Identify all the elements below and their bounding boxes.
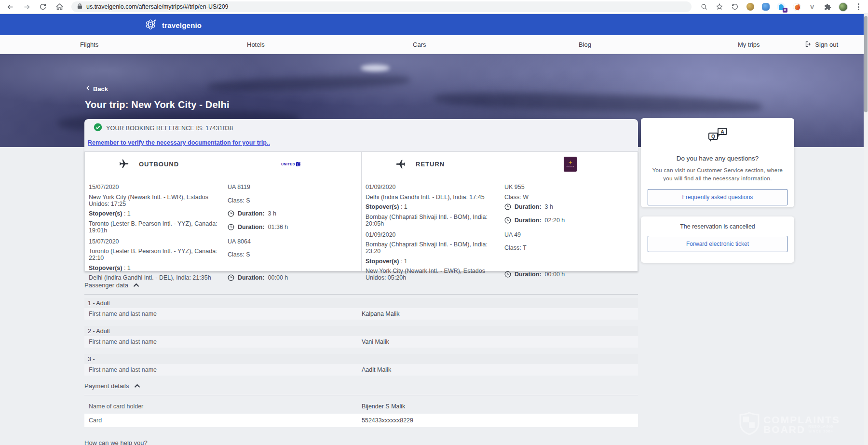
scrollbar[interactable]	[864, 14, 868, 445]
segment-date: 15/07/2020	[89, 184, 228, 190]
profile-avatar[interactable]	[837, 1, 849, 12]
outbound-card: OUTBOUND UNITED 15/07/2020UA 8119 New Yo…	[84, 151, 361, 271]
shield-icon	[739, 412, 760, 437]
extension-badge: 0	[783, 8, 787, 13]
help-section: How can we help you?	[84, 439, 638, 445]
united-airlines-logo: UNITED	[281, 162, 300, 166]
flight-number: UA 49	[504, 231, 634, 238]
passenger-name-value: Aadit Malik	[362, 366, 391, 373]
https-lock-icon[interactable]	[77, 2, 82, 11]
card-holder-label: Name of card holder	[89, 403, 362, 410]
payment-details-toggle[interactable]: Payment details	[84, 382, 638, 390]
extension-v-icon[interactable]: V	[806, 1, 818, 12]
extensions-puzzle-icon[interactable]	[822, 1, 833, 12]
help-toggle[interactable]: How can we help you?	[84, 439, 638, 445]
card-number-row: Card 552433xxxxxx8229	[84, 414, 638, 427]
browser-menu-icon[interactable]	[853, 1, 864, 12]
outbound-header: OUTBOUND UNITED	[89, 159, 357, 169]
card-holder-row: Name of card holder Bijender S Malik	[84, 399, 638, 414]
faq-button[interactable]: Frequently asked questions	[648, 189, 787, 205]
travelgenio-logo[interactable]: travelgenio	[144, 17, 202, 33]
stopovers: Stopover(s) : 1	[89, 210, 228, 217]
reservation-status: The reservation is cancelled	[641, 223, 794, 230]
questions-title: Do you have any questions?	[641, 155, 794, 162]
watermark-line2: BOARD	[763, 425, 805, 434]
passenger-name-label: First name and last name	[89, 338, 362, 345]
scrollbar-thumb[interactable]	[864, 16, 868, 112]
trip-details: YOUR BOOKING REFERENCE IS: 17431038 Reme…	[84, 119, 638, 445]
chevron-up-icon	[134, 382, 140, 390]
url-text: us.travelgenio.com/aftersale/mytrips/#/t…	[86, 3, 229, 10]
arrival-info: Bombay (Chhaprati Shivaji Intl. - BOM), …	[366, 214, 504, 227]
bookmark-star-icon[interactable]	[714, 1, 725, 12]
vistara-airlines-logo: vistara	[564, 157, 577, 172]
sign-out-icon	[805, 40, 812, 49]
nav-hotels[interactable]: Hotels	[247, 35, 265, 54]
back-label: Back	[93, 85, 108, 93]
passenger-row: First name and last name Vani Malik	[84, 336, 638, 348]
cabin-class: Class: S	[228, 197, 357, 204]
passenger-number: 1 - Adult	[84, 298, 638, 308]
extension-bug-icon[interactable]	[760, 1, 772, 12]
back-button[interactable]: Back	[86, 85, 108, 93]
url-bar[interactable]: us.travelgenio.com/aftersale/mytrips/#/t…	[71, 1, 692, 12]
browser-back-icon[interactable]	[4, 1, 16, 12]
passenger-name-label: First name and last name	[89, 366, 362, 373]
cabin-class: Class: T	[504, 244, 634, 251]
main-nav: Flights Hotels Cars Blog My trips Sign o…	[0, 35, 868, 54]
passenger-number: 2 - Adult	[84, 326, 638, 336]
atom-logo-icon	[144, 17, 158, 33]
clock-icon	[504, 217, 511, 224]
booking-panel: YOUR BOOKING REFERENCE IS: 17431038 Reme…	[84, 119, 638, 271]
card-number-label: Card	[89, 417, 362, 424]
extension-rocket-icon[interactable]	[791, 1, 802, 12]
extension-yellow-icon[interactable]	[745, 1, 756, 12]
section-title: Payment details	[84, 382, 129, 390]
nav-cars[interactable]: Cars	[413, 35, 426, 54]
cabin-class: Class: S	[228, 251, 357, 258]
watermark-sub2: SINCE 2004	[808, 430, 833, 434]
clock-icon	[504, 203, 511, 210]
duration-total: Duration:3 h	[504, 203, 634, 210]
return-segment-1: 01/09/2020UK 955 Delhi (Indira Gandhi In…	[366, 184, 634, 227]
flight-number: UA 8119	[228, 184, 357, 190]
forward-ticket-button[interactable]: Forward electronic ticket	[648, 236, 787, 252]
documentation-link[interactable]: Remember to verify the necessary documen…	[88, 139, 270, 146]
nav-blog[interactable]: Blog	[579, 35, 591, 54]
card-number-value: 552433xxxxxx8229	[362, 417, 413, 424]
segment-date: 01/09/2020	[366, 184, 504, 190]
history-extension-icon[interactable]	[729, 1, 741, 12]
duration-total: Duration:3 h	[228, 210, 357, 217]
outbound-segment-2: 15/07/2020UA 8064 Toronto (Lester B. Pea…	[89, 238, 357, 282]
stopovers: Stopover(s) : 1	[366, 203, 504, 210]
arrival-info: Toronto (Lester B. Pearson Intl. - YYZ),…	[89, 220, 228, 234]
nav-my-trips[interactable]: My trips	[738, 35, 760, 54]
nav-flights[interactable]: Flights	[80, 35, 98, 54]
brand-name: travelgenio	[162, 21, 202, 29]
plane-right-icon	[119, 159, 129, 169]
departure-info: Toronto (Lester B. Pearson Intl. - YYZ),…	[89, 248, 228, 261]
departure-info: New York City (Newark Intl. - EWR), Esta…	[89, 194, 228, 207]
sign-out-button[interactable]: Sign out	[805, 35, 838, 54]
segment-date: 01/09/2020	[366, 231, 504, 238]
return-label: RETURN	[416, 161, 445, 168]
chevron-up-icon	[133, 282, 139, 289]
passenger-group: 3 - First name and last name Aadit Malik	[84, 354, 638, 376]
payment-details-section: Payment details Name of card holder Bije…	[84, 382, 638, 427]
duration-leg: Duration:00:00 h	[228, 274, 357, 281]
passenger-number: 3 -	[84, 354, 638, 364]
browser-home-icon[interactable]	[53, 1, 66, 12]
zoom-icon[interactable]	[698, 1, 710, 12]
section-title: How can we help you?	[84, 439, 148, 445]
browser-forward-icon[interactable]	[20, 1, 33, 12]
booking-reference-text: YOUR BOOKING REFERENCE IS: 17431038	[106, 125, 233, 132]
plane-left-icon	[395, 159, 406, 169]
extension-ghost-icon[interactable]: 0	[775, 1, 787, 12]
passenger-data-toggle[interactable]: Passenger data	[84, 282, 638, 289]
sidebar: Q A Do you have any questions? You can v…	[641, 118, 794, 263]
browser-refresh-icon[interactable]	[37, 1, 49, 12]
passenger-row: First name and last name Kalpana Malik	[84, 308, 638, 320]
questions-body: You can visit our Customer Service secti…	[651, 166, 784, 182]
divider	[84, 395, 638, 395]
clock-icon	[228, 274, 234, 281]
